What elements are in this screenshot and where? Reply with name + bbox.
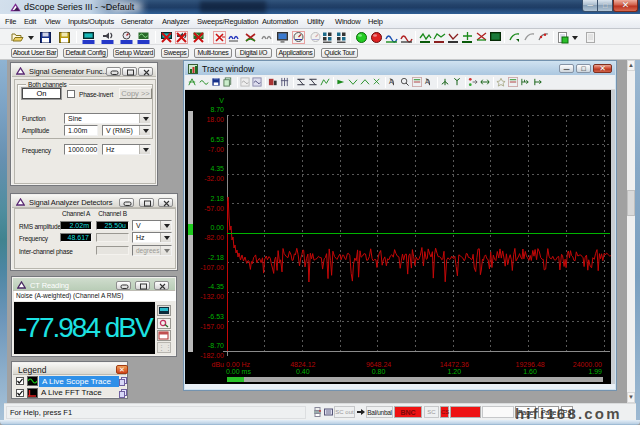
svg-text:-157.00: -157.00 — [200, 323, 224, 330]
svg-text:1.60: 1.60 — [523, 368, 537, 375]
svg-text:0.00 Hz: 0.00 Hz — [226, 361, 251, 368]
svg-text:A: A — [425, 78, 430, 85]
svg-text:0.00: 0.00 — [210, 224, 224, 231]
svg-text:8.70: 8.70 — [210, 106, 224, 113]
svg-text:6.53: 6.53 — [210, 136, 224, 143]
svg-text:0.40: 0.40 — [296, 368, 310, 375]
svg-text:0.80: 0.80 — [372, 368, 386, 375]
svg-text:24000.00: 24000.00 — [573, 361, 602, 368]
svg-text:-4.35: -4.35 — [208, 283, 224, 290]
svg-text:-2.18: -2.18 — [208, 254, 224, 261]
svg-text:1.99: 1.99 — [588, 368, 602, 375]
svg-text:-57.00: -57.00 — [204, 205, 224, 212]
svg-text:V: V — [219, 97, 224, 104]
svg-text:-107.00: -107.00 — [200, 264, 224, 271]
svg-text:9648.24: 9648.24 — [366, 361, 391, 368]
svg-text:-7.00: -7.00 — [208, 146, 224, 153]
svg-text:19296.48: 19296.48 — [515, 361, 544, 368]
svg-text:-6.53: -6.53 — [208, 313, 224, 320]
svg-text:-32.00: -32.00 — [204, 175, 224, 182]
svg-text:-82.00: -82.00 — [204, 234, 224, 241]
svg-text:dBu: dBu — [212, 361, 225, 368]
svg-text:4.35: 4.35 — [210, 165, 224, 172]
svg-text:A: A — [389, 78, 394, 85]
svg-text:2.18: 2.18 — [210, 195, 224, 202]
svg-text:-182.00: -182.00 — [200, 352, 224, 359]
svg-text:-8.70: -8.70 — [208, 342, 224, 349]
svg-text:-132.00: -132.00 — [200, 293, 224, 300]
svg-text:4824.12: 4824.12 — [290, 361, 315, 368]
svg-text:0.00 ms: 0.00 ms — [226, 368, 251, 375]
svg-text:18.00: 18.00 — [206, 116, 224, 123]
svg-text:1.20: 1.20 — [447, 368, 461, 375]
svg-text:14472.36: 14472.36 — [440, 361, 469, 368]
